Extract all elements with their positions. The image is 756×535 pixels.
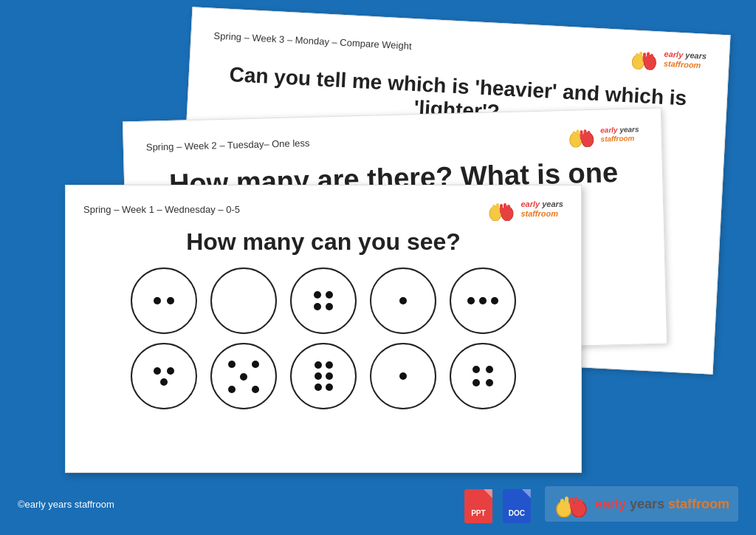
circles-grid <box>83 268 563 409</box>
dot <box>326 291 333 299</box>
circle-6dots <box>290 343 357 409</box>
ppt-file-icon[interactable]: PPT <box>462 485 495 523</box>
hands-icon <box>629 45 660 70</box>
dot <box>486 379 493 386</box>
doc-label: DOC <box>509 509 525 517</box>
dot <box>326 303 333 310</box>
svg-rect-17 <box>496 203 499 214</box>
dots-col <box>472 366 493 386</box>
dot <box>472 366 480 373</box>
slide1-logo: early years staffroom <box>487 197 563 221</box>
doc-icon-body: DOC <box>503 489 531 523</box>
slide2-subtitle: Spring – Week 2 – Tuesday– One less <box>146 137 310 152</box>
slide3-brand-text: early years staffroom <box>664 50 707 71</box>
dots-bottom-row <box>472 379 493 386</box>
dots-top-row <box>472 366 493 373</box>
svg-rect-11 <box>580 130 583 140</box>
circle-0dots <box>210 268 277 334</box>
svg-rect-4 <box>643 52 647 62</box>
dot <box>486 366 493 373</box>
brand-staffroom: staffroom <box>664 59 701 70</box>
slide2-brand-text: early years staffroom <box>600 125 639 143</box>
circles-row-2 <box>131 343 516 409</box>
circle-5dots <box>210 343 277 409</box>
dot <box>399 297 407 304</box>
slide-how-many: Spring – Week 1 – Wednesday – 0-5 early … <box>65 185 582 473</box>
circle-1dot-b2 <box>370 343 436 409</box>
dots-triangle <box>154 367 174 386</box>
hands-icon-2 <box>566 123 597 148</box>
svg-rect-24 <box>565 497 568 509</box>
dot <box>315 372 322 380</box>
svg-rect-23 <box>560 499 564 509</box>
svg-point-7 <box>569 132 582 147</box>
svg-rect-20 <box>507 205 510 214</box>
dot <box>326 361 333 369</box>
hands-icon-1 <box>487 197 516 221</box>
slide1-title: How many can you see? <box>83 228 563 256</box>
slide3-logo: early years staffroom <box>629 45 707 72</box>
slide1-subtitle: Spring – Week 1 – Wednesday – 0-5 <box>83 204 240 215</box>
svg-rect-12 <box>583 129 586 140</box>
dots-2x2 <box>314 291 333 310</box>
dot <box>315 384 322 391</box>
svg-rect-13 <box>587 131 590 140</box>
dots-top <box>154 367 174 375</box>
background: Spring – Week 3 – Monday – Compare Weigh… <box>0 0 756 535</box>
dot <box>467 297 475 304</box>
slide1-header: Spring – Week 1 – Wednesday – 0-5 early … <box>83 197 563 221</box>
dot <box>240 373 247 381</box>
ppt-corner <box>484 489 492 498</box>
dot <box>491 297 498 304</box>
svg-rect-9 <box>572 132 575 140</box>
circle-3dots-h <box>450 268 516 334</box>
ppt-label: PPT <box>471 509 485 517</box>
dot <box>252 361 259 368</box>
copyright-text: ©early years staffroom <box>18 499 114 510</box>
dot <box>228 361 236 368</box>
slide2-header: Spring – Week 2 – Tuesday– One less earl… <box>145 122 639 158</box>
bottom-logo: early years staffroom <box>545 486 738 522</box>
svg-rect-26 <box>574 497 578 509</box>
ppt-icon-body: PPT <box>464 489 492 523</box>
slide1-brand-text: early years staffroom <box>520 200 563 219</box>
circle-4dots-v <box>450 343 516 409</box>
bottom-right: PPT DOC <box>462 485 738 523</box>
svg-rect-3 <box>639 52 643 62</box>
dot <box>154 297 161 304</box>
brand-early: early <box>664 50 683 59</box>
brand-years: years <box>685 50 707 60</box>
doc-file-icon[interactable]: DOC <box>501 485 533 523</box>
svg-rect-25 <box>570 497 574 509</box>
dot <box>399 372 407 380</box>
svg-rect-2 <box>636 53 639 62</box>
dot <box>479 297 487 304</box>
circle-4dots <box>290 268 357 334</box>
dot <box>314 291 321 299</box>
dot <box>252 386 259 393</box>
circle-1dot <box>370 268 436 334</box>
bottom-years: years <box>630 497 668 511</box>
svg-rect-5 <box>647 52 650 63</box>
dots-3h <box>467 297 498 304</box>
dots-2h <box>154 297 174 304</box>
bottom-early: early <box>595 497 630 511</box>
doc-corner <box>522 489 531 498</box>
bottom-hands-icon <box>554 491 589 517</box>
file-icons[interactable]: PPT DOC <box>462 485 533 523</box>
slide2-logo: early years staffroom <box>566 122 639 148</box>
dot <box>167 297 174 304</box>
bottom-logo-text: early years staffroom <box>595 497 729 512</box>
circle-3dots-tri <box>131 343 197 409</box>
svg-rect-6 <box>650 54 654 63</box>
slide3-subtitle: Spring – Week 3 – Monday – Compare Weigh… <box>213 30 412 51</box>
svg-rect-10 <box>576 129 579 140</box>
dot <box>326 372 333 380</box>
svg-rect-16 <box>492 205 495 214</box>
dot <box>314 303 321 310</box>
dot <box>326 384 333 391</box>
dot <box>160 378 168 386</box>
dot <box>228 386 236 393</box>
dots-2x3 <box>315 361 333 391</box>
svg-rect-27 <box>579 499 583 509</box>
